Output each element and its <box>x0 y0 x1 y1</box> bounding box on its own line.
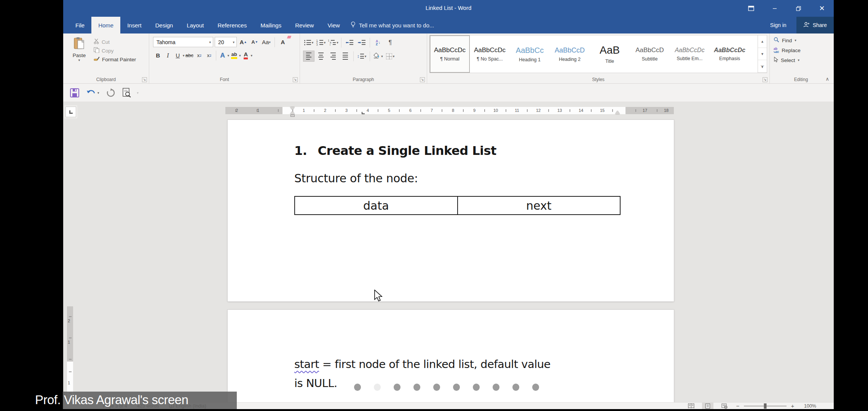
align-left-button[interactable] <box>303 51 314 62</box>
numbering-button[interactable]: 1 2 3 ▾ <box>315 37 327 48</box>
restore-button[interactable] <box>787 0 810 17</box>
ribbon-display-options-icon[interactable] <box>739 0 763 17</box>
borders-button[interactable]: ▾ <box>385 51 396 62</box>
font-size-combo[interactable]: 20 ▾ <box>215 37 237 47</box>
table-cell-next[interactable]: next <box>458 197 620 214</box>
tab-mailings[interactable]: Mailings <box>254 17 288 33</box>
copy-button[interactable]: Copy <box>94 47 136 54</box>
decrease-indent-button[interactable]: ⬅ <box>344 37 355 48</box>
select-button[interactable]: Select ▾ <box>774 55 831 65</box>
bold-button[interactable]: B <box>153 50 163 61</box>
zoom-out-button[interactable]: − <box>736 403 740 409</box>
tab-view[interactable]: View <box>321 17 346 33</box>
tab-references[interactable]: References <box>211 17 254 33</box>
ruler-number: 17 <box>643 108 647 113</box>
collapse-ribbon-icon[interactable]: ∧ <box>825 76 829 82</box>
share-button[interactable]: Share <box>796 17 834 33</box>
cut-label: Cut <box>102 39 110 45</box>
close-button[interactable]: ✕ <box>810 0 834 17</box>
grow-font-button[interactable]: A▲ <box>238 37 248 48</box>
superscript-button[interactable]: x2 <box>204 50 214 61</box>
ruler-number: 2 <box>236 108 238 113</box>
subscript-button[interactable]: x2 <box>195 50 204 61</box>
change-case-button[interactable]: Aa▾ <box>261 37 271 48</box>
increase-indent-button[interactable]: ➡ <box>356 37 367 48</box>
find-button[interactable]: Find ▾ <box>774 35 831 45</box>
tell-me-box[interactable]: Tell me what you want to do... <box>351 17 434 33</box>
font-color-caret-icon[interactable]: ▾ <box>251 54 253 57</box>
mouse-cursor <box>374 290 383 305</box>
change-case-caret-icon: ▾ <box>269 40 271 44</box>
style-heading-2[interactable]: AaBbCcDHeading 2 <box>550 35 590 73</box>
tab-design[interactable]: Design <box>148 17 180 33</box>
style-name: Subtitle <box>642 56 658 62</box>
ruler-number: 15 <box>600 108 605 113</box>
read-mode-button[interactable] <box>685 403 697 409</box>
style-subtle-em-[interactable]: AaBbCcDcSubtle Em... <box>670 35 710 73</box>
redo-button[interactable] <box>105 87 116 99</box>
tab-stop-marker[interactable] <box>362 112 365 114</box>
cut-button[interactable]: Cut <box>94 38 136 45</box>
align-right-button[interactable] <box>327 51 339 62</box>
zoom-in-button[interactable]: + <box>790 403 795 409</box>
tab-stop-selector[interactable] <box>65 107 76 117</box>
clear-formatting-button[interactable]: A <box>278 37 288 48</box>
line-spacing-button[interactable]: ↕ ▾ <box>356 51 367 62</box>
zoom-level[interactable]: 100% <box>800 403 816 409</box>
styles-scroll-up-icon[interactable]: ▲ <box>758 35 767 48</box>
tab-home[interactable]: Home <box>91 17 120 33</box>
justify-button[interactable] <box>340 51 351 62</box>
first-line-indent-marker[interactable] <box>290 107 295 110</box>
paste-button[interactable]: Paste ▾ <box>67 35 91 76</box>
save-button[interactable] <box>69 87 81 99</box>
tab-file[interactable]: File <box>69 17 91 33</box>
borders-grid-icon <box>386 53 392 59</box>
tab-insert[interactable]: Insert <box>120 17 148 33</box>
styles-scroll-down-icon[interactable]: ▼ <box>758 48 767 61</box>
style-preview: AaB <box>600 44 620 56</box>
underline-button[interactable]: U <box>173 50 183 61</box>
shading-button[interactable]: ▾ <box>372 51 384 62</box>
page-2[interactable]: start = first node of the linked list, d… <box>228 310 674 402</box>
page-1[interactable]: 1. Create a Single Linked List Structure… <box>228 120 674 301</box>
strikethrough-button[interactable]: abc <box>185 50 195 61</box>
style-emphasis[interactable]: AaBbCcDcEmphasis <box>710 35 750 73</box>
text-effects-button[interactable]: A <box>218 50 228 61</box>
sort-button[interactable]: AZ ↓ <box>372 37 384 48</box>
style-heading-1[interactable]: AaBbCcHeading 1 <box>510 35 550 73</box>
zoom-slider[interactable] <box>744 406 787 406</box>
style-subtitle[interactable]: AaBbCcDSubtitle <box>630 35 670 73</box>
italic-button[interactable]: I <box>163 50 173 61</box>
paragraph-group-label: Paragraph <box>300 77 427 82</box>
node-structure-table[interactable]: data next <box>294 196 621 215</box>
replace-button[interactable]: ab⤷ac Replace <box>774 45 831 55</box>
left-indent-marker[interactable] <box>290 115 295 117</box>
align-center-button[interactable] <box>315 51 327 62</box>
multilevel-list-button[interactable]: 1 a i ▾ <box>327 37 339 48</box>
sign-in-button[interactable]: Sign in <box>770 17 787 33</box>
zoom-slider-handle[interactable] <box>764 403 767 409</box>
style-title[interactable]: AaBTitle <box>590 35 630 73</box>
table-cell-data[interactable]: data <box>295 197 458 214</box>
web-layout-button[interactable] <box>719 403 730 409</box>
tab-review[interactable]: Review <box>288 17 321 33</box>
right-indent-marker[interactable] <box>615 111 620 114</box>
shrink-font-button[interactable]: A▼ <box>250 37 260 48</box>
print-layout-button[interactable] <box>702 403 713 409</box>
style--no-spac-[interactable]: AaBbCcDc¶ No Spac... <box>470 35 510 73</box>
qat-overflow-icon[interactable]: ▾ <box>137 91 139 95</box>
document-area[interactable]: 21 123456789101112131415 1718 21 1 1. Cr… <box>63 102 834 402</box>
print-preview-button[interactable] <box>121 87 132 99</box>
style--normal[interactable]: AaBbCcDc¶ Normal <box>430 35 470 73</box>
bullets-button[interactable]: ▾ <box>303 37 314 48</box>
undo-button[interactable]: ▾ <box>85 88 101 98</box>
minimize-button[interactable] <box>763 0 787 17</box>
font-color-button[interactable]: A <box>244 51 248 59</box>
format-painter-button[interactable]: Format Painter <box>94 56 136 63</box>
hanging-indent-marker[interactable] <box>290 111 295 114</box>
tab-layout[interactable]: Layout <box>180 17 211 33</box>
highlight-button[interactable]: ab <box>231 52 237 59</box>
styles-more-icon[interactable]: —▼ <box>758 60 767 73</box>
show-hide-marks-button[interactable]: ¶ <box>385 37 396 48</box>
font-name-combo[interactable]: Tahoma ▾ <box>153 37 213 47</box>
